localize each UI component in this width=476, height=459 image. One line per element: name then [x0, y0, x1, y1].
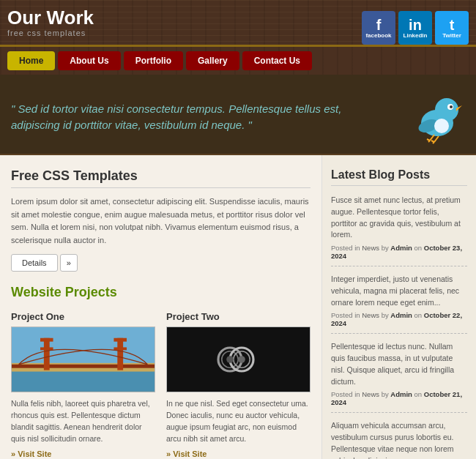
- svg-point-2: [435, 98, 458, 122]
- projects-title: Website Projects: [11, 285, 310, 304]
- blog-post-3-meta: Posted in News by Admin on October 21, 2…: [331, 390, 467, 406]
- site-subtitle: free css templates: [7, 29, 94, 37]
- nav-portfolio[interactable]: Portfolio: [124, 51, 183, 70]
- blog-post-3-category: News: [362, 390, 379, 398]
- project-two-desc: In ne que nisl. Sed eget consectetur uma…: [166, 398, 310, 444]
- nav-home[interactable]: Home: [7, 51, 55, 70]
- left-column: Free CSS Templates Lorem ipsum dolor sit…: [0, 155, 322, 459]
- details-arrow-button[interactable]: »: [60, 254, 78, 272]
- blog-post-2-author: Admin: [390, 311, 412, 319]
- blog-post-3: Pellentesque id lectus nunc. Nullam quis…: [331, 341, 467, 413]
- svg-point-29: [238, 357, 245, 364]
- svg-rect-22: [114, 348, 127, 351]
- blog-post-1-meta: Posted in News by Admin on October 23, 2…: [331, 244, 467, 260]
- blog-post-4: Aliquam vehicula accumsan arcu, vestibul…: [331, 420, 467, 459]
- blog-post-1-text: Fusce sit amet nunc lectus, at pretium a…: [331, 195, 467, 241]
- blog-post-1-category: News: [362, 244, 379, 252]
- blog-post-2-meta: Posted in News by Admin on October 22, 2…: [331, 311, 467, 327]
- project-one: Project One: [11, 311, 155, 459]
- quote-text: " Sed id tortor vitae nisi consectetur t…: [11, 101, 377, 134]
- facebook-icon[interactable]: f facebook: [362, 11, 395, 45]
- page-wrapper: Our Work free css templates f facebook i…: [0, 0, 476, 459]
- freecss-body: Lorem ipsum dolor sit amet, consectetur …: [11, 195, 310, 247]
- project-one-desc: Nulla felis nibh, laoreet quis pharetra …: [11, 398, 155, 444]
- nav-about[interactable]: About Us: [58, 51, 120, 70]
- svg-point-28: [226, 357, 234, 364]
- freecss-title: Free CSS Templates: [11, 168, 310, 188]
- project-two-image: [166, 326, 310, 392]
- project-one-image: [11, 326, 155, 392]
- project-one-title: Project One: [11, 311, 155, 322]
- blog-post-1-author: Admin: [390, 244, 412, 252]
- linkedin-label: Linkedln: [404, 32, 428, 39]
- project-two: Project Two: [166, 311, 310, 459]
- bird-mascot: [406, 88, 465, 146]
- svg-line-10: [428, 141, 430, 142]
- site-title: Our Work free css templates: [7, 7, 94, 37]
- site-name: Our Work: [7, 7, 94, 29]
- details-button[interactable]: Details: [11, 254, 58, 272]
- svg-rect-17: [44, 338, 50, 370]
- projects-section: Website Projects Project One: [11, 285, 310, 459]
- project-two-title: Project Two: [166, 311, 310, 322]
- svg-line-7: [430, 135, 434, 141]
- blog-post-3-author: Admin: [390, 390, 412, 398]
- projects-row: Project One: [11, 311, 310, 459]
- twitter-label: Twitter: [442, 32, 461, 39]
- svg-rect-21: [114, 338, 127, 342]
- svg-rect-15: [12, 372, 155, 392]
- svg-line-8: [434, 136, 439, 142]
- nav-contact[interactable]: Contact Us: [242, 51, 312, 70]
- header: Our Work free css templates f facebook i…: [0, 0, 476, 47]
- svg-rect-20: [117, 338, 123, 370]
- svg-rect-18: [40, 338, 53, 342]
- project-two-link[interactable]: Visit Site: [166, 449, 207, 458]
- svg-line-12: [433, 142, 434, 143]
- blog-post-1: Fusce sit amet nunc lectus, at pretium a…: [331, 195, 467, 266]
- svg-point-6: [434, 119, 449, 133]
- blog-post-2: Integer imperdiet, justo ut venenatis ve…: [331, 274, 467, 334]
- details-btn-row: Details »: [11, 254, 310, 272]
- linkedin-icon[interactable]: in Linkedln: [398, 11, 432, 45]
- blog-post-3-text: Pellentesque id lectus nunc. Nullam quis…: [331, 341, 467, 387]
- twitter-icon[interactable]: t Twitter: [435, 11, 469, 45]
- navigation: Home About Us Portfolio Gallery Contact …: [0, 47, 476, 75]
- social-icons: f facebook in Linkedln t Twitter: [362, 7, 469, 45]
- freecss-section: Free CSS Templates Lorem ipsum dolor sit…: [11, 168, 310, 272]
- svg-rect-16: [12, 365, 155, 368]
- project-one-link[interactable]: Visit Site: [11, 449, 51, 458]
- blog-post-4-text: Aliquam vehicula accumsan arcu, vestibul…: [331, 420, 467, 459]
- svg-point-4: [450, 105, 453, 108]
- facebook-label: facebook: [365, 32, 391, 39]
- quote-section: " Sed id tortor vitae nisi consectetur t…: [0, 75, 476, 155]
- right-column: Latest Blog Posts Fusce sit amet nunc le…: [322, 155, 476, 459]
- main-content: Free CSS Templates Lorem ipsum dolor sit…: [0, 155, 476, 459]
- nav-gallery[interactable]: Gallery: [186, 51, 239, 70]
- blog-post-2-category: News: [362, 311, 379, 319]
- blog-title: Latest Blog Posts: [331, 168, 467, 186]
- blog-post-2-text: Integer imperdiet, justo ut venenatis ve…: [331, 274, 467, 308]
